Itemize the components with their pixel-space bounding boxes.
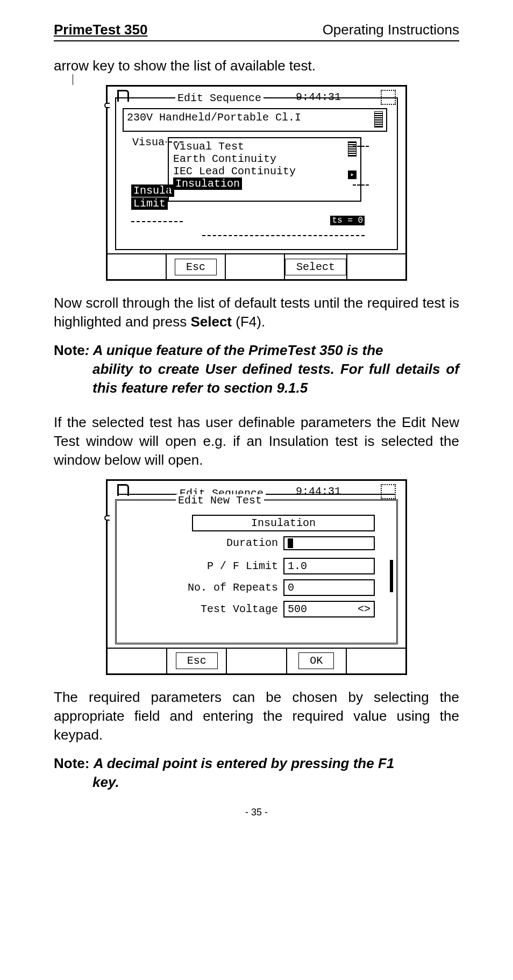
note-2: Note: A decimal point is entered by pres…	[54, 754, 459, 792]
clock: 9:44:31	[296, 485, 341, 498]
duration-input[interactable]	[283, 536, 375, 550]
softkey-f1[interactable]	[108, 649, 167, 673]
ts-indicator: ts = 0	[330, 216, 365, 225]
list-item[interactable]: Earth Continuity	[173, 153, 356, 165]
header-left: PrimeTest 350	[54, 22, 147, 38]
device-screenshot-2: 9:44:31 Edit Sequence Edit New Test Insu…	[106, 479, 407, 675]
intro-text: arrow key to show the list of available …	[54, 56, 459, 75]
paragraph-4: The required parameters can be chosen by…	[54, 688, 459, 744]
header-right: Operating Instructions	[323, 22, 459, 38]
note-1: Note: A unique feature of the PrimeTest …	[54, 341, 459, 397]
edit-sequence-panel: Edit Sequence 230V HandHeld/Portable Cl.…	[115, 97, 398, 250]
softkey-f5[interactable]	[347, 254, 405, 279]
right-scroll-icon	[390, 560, 393, 592]
list-scrollbar[interactable]: ▸	[347, 141, 357, 179]
dash-row	[202, 235, 365, 236]
scroll-down-icon[interactable]: ▸	[348, 171, 357, 179]
softkey-select[interactable]: Select	[285, 254, 347, 279]
sequence-name-text: 230V HandHeld/Portable Cl.I	[127, 111, 301, 124]
softkey-row: Esc OK	[108, 648, 405, 673]
dash-connector	[353, 146, 369, 147]
left-notch-icon	[104, 515, 110, 521]
softkey-esc[interactable]: Esc	[167, 254, 226, 279]
panel-title: Edit Sequence	[175, 92, 263, 104]
pf-limit-input[interactable]: 1.0	[283, 558, 375, 574]
pf-limit-label: P / F Limit	[138, 560, 283, 572]
arrows-icon[interactable]: <>	[358, 603, 370, 615]
softkey-f1[interactable]	[108, 254, 167, 279]
test-list[interactable]: Visual Test Earth Continuity IEC Lead Co…	[168, 137, 361, 202]
header-rule	[54, 40, 459, 41]
select-button[interactable]: Select	[285, 259, 346, 275]
paragraph-2: Now scroll through the list of default t…	[54, 294, 459, 331]
panel-title-inner: Edit New Test	[176, 494, 264, 507]
pf-limit-row: P / F Limit 1.0	[138, 558, 375, 574]
sequence-name-field[interactable]: 230V HandHeld/Portable Cl.I	[123, 108, 387, 132]
page-header: PrimeTest 350 Operating Instructions	[54, 22, 459, 38]
ok-button[interactable]: OK	[298, 652, 334, 669]
voltage-label: Test Voltage	[138, 603, 283, 615]
note-label: Note:	[54, 755, 94, 771]
note-label: Note	[54, 342, 85, 358]
esc-button[interactable]: Esc	[176, 652, 218, 669]
repeats-input[interactable]: 0	[283, 579, 375, 596]
softkey-esc[interactable]: Esc	[167, 649, 227, 673]
battery-icon	[381, 484, 396, 499]
cursor-icon	[288, 538, 293, 548]
left-notch-icon	[104, 103, 110, 108]
edit-new-test-panel: Edit New Test Insulation Duration P / F …	[115, 499, 398, 644]
softkey-f3[interactable]	[227, 649, 287, 673]
side-label-visual: Visua	[131, 136, 166, 148]
duration-row: Duration	[138, 536, 375, 550]
voltage-input[interactable]: 500<>	[283, 601, 375, 617]
voltage-row: Test Voltage 500<>	[138, 601, 375, 617]
softkey-ok[interactable]: OK	[287, 649, 347, 673]
esc-button[interactable]: Esc	[175, 259, 217, 275]
test-type-field[interactable]: Insulation	[192, 515, 375, 531]
paragraph-3: If the selected test has user definable …	[54, 413, 459, 470]
list-item-selected[interactable]: Insulation	[173, 177, 242, 190]
softkey-row: Esc Select	[108, 253, 405, 279]
repeats-row: No. of Repeats 0	[138, 579, 375, 596]
list-item[interactable]: IEC Lead Continuity	[173, 165, 356, 177]
device-screenshot-1: 9:44:31 Edit Sequence 230V HandHeld/Port…	[106, 85, 407, 281]
page-number: - 35 -	[54, 807, 459, 818]
scroll-track-icon	[348, 141, 357, 157]
dash-connector	[353, 184, 369, 186]
duration-label: Duration	[138, 537, 283, 549]
softkey-f3[interactable]	[226, 254, 285, 279]
softkey-f5[interactable]	[347, 649, 405, 673]
scroll-indicator-icon	[374, 111, 383, 127]
side-label-limit: Limit	[131, 197, 168, 210]
list-item[interactable]: Visual Test	[173, 140, 356, 153]
repeats-label: No. of Repeats	[138, 581, 283, 594]
caret-mark	[73, 74, 73, 85]
